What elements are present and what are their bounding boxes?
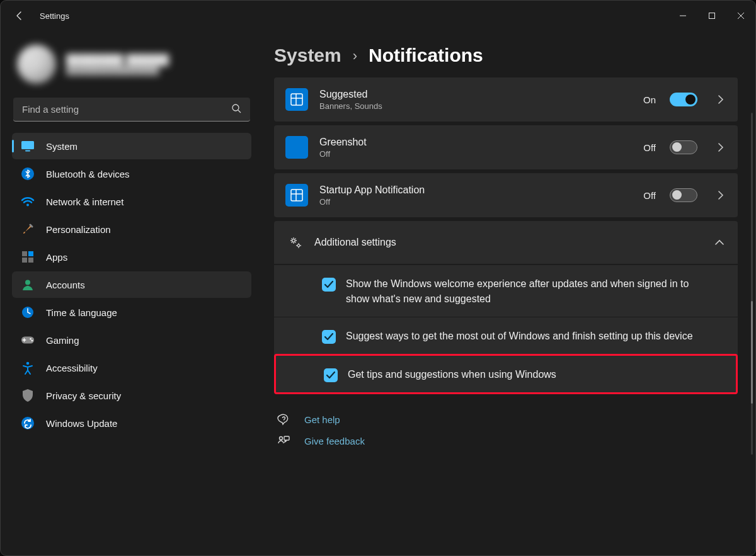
give-feedback-link[interactable]: Give feedback: [274, 434, 738, 447]
wifi-icon: [21, 195, 35, 208]
svg-point-20: [297, 244, 300, 247]
window-title: Settings: [32, 11, 69, 21]
close-button[interactable]: [726, 6, 755, 26]
app-tile-icon: [285, 88, 308, 111]
sidebar-item-update[interactable]: Windows Update: [12, 410, 251, 436]
svg-rect-6: [22, 251, 27, 256]
section-title: Additional settings: [314, 237, 704, 248]
sidebar-item-label: System: [46, 141, 77, 152]
help-links: Get help Give feedback: [274, 413, 738, 447]
app-detail: Banners, Sounds: [319, 101, 382, 111]
shield-icon: [21, 389, 35, 402]
additional-settings-header[interactable]: Additional settings: [274, 221, 738, 264]
app-detail: Off: [319, 149, 367, 159]
setting-label: Suggest ways to get the most out of Wind…: [346, 329, 693, 344]
main-content: System › Notifications Suggested Banners…: [263, 31, 755, 555]
search-icon: [231, 103, 241, 116]
feedback-icon: [277, 434, 290, 447]
sidebar-item-accounts[interactable]: Accounts: [12, 271, 251, 298]
svg-rect-8: [22, 258, 27, 263]
user-account[interactable]: ████████ ██████ ████████████████: [12, 38, 251, 95]
sidebar-item-system[interactable]: System: [12, 133, 251, 159]
chevron-right-icon: [715, 143, 726, 152]
svg-rect-0: [709, 13, 715, 19]
accessibility-icon: [21, 361, 35, 375]
toggle-switch[interactable]: [670, 93, 697, 106]
help-link-text[interactable]: Get help: [304, 414, 340, 425]
app-tile-icon: [285, 136, 308, 159]
svg-point-14: [32, 340, 33, 342]
notif-app-row[interactable]: Suggested Banners, Sounds On: [274, 77, 738, 122]
checkbox-icon[interactable]: [324, 368, 338, 382]
update-icon: [21, 416, 35, 430]
scrollbar-thumb[interactable]: [751, 301, 753, 404]
get-help-link[interactable]: Get help: [274, 413, 738, 426]
chevron-right-icon: [715, 191, 726, 200]
user-name: ████████ ██████: [66, 54, 169, 65]
sidebar-item-label: Accounts: [46, 280, 85, 290]
nav: System Bluetooth & devices Network & int…: [12, 133, 251, 436]
notif-app-row[interactable]: Startup App Notification Off Off: [274, 173, 738, 217]
svg-point-5: [26, 204, 29, 207]
svg-point-16: [21, 417, 34, 429]
chevron-right-icon: [715, 95, 726, 104]
sidebar-item-label: Network & internet: [46, 196, 123, 207]
toggle-switch[interactable]: [670, 140, 697, 154]
search-box: [13, 98, 250, 122]
monitor-icon: [21, 139, 35, 153]
sidebar-item-apps[interactable]: Apps: [12, 244, 251, 270]
setting-checkbox-row[interactable]: Suggest ways to get the most out of Wind…: [274, 317, 738, 354]
feedback-link-text[interactable]: Give feedback: [304, 436, 365, 446]
sidebar-item-privacy[interactable]: Privacy & security: [12, 382, 251, 409]
app-name: Suggested: [319, 89, 382, 100]
sidebar-item-network[interactable]: Network & internet: [12, 188, 251, 215]
user-email: ████████████████: [66, 65, 169, 75]
sidebar-item-time[interactable]: Time & language: [12, 299, 251, 326]
chevron-right-icon: ›: [353, 48, 357, 64]
app-name: Startup App Notification: [319, 184, 425, 196]
sidebar-item-label: Gaming: [46, 335, 79, 346]
sidebar-item-personalization[interactable]: Personalization: [12, 216, 251, 242]
chevron-up-icon: [715, 237, 724, 248]
search-input[interactable]: [13, 98, 250, 122]
titlebar: Settings: [1, 1, 755, 31]
help-icon: [277, 413, 290, 426]
sidebar-item-label: Privacy & security: [46, 390, 121, 401]
svg-rect-7: [28, 251, 33, 256]
svg-rect-22: [284, 436, 289, 440]
app-detail: Off: [319, 197, 425, 207]
window-controls: [668, 6, 755, 26]
gamepad-icon: [21, 333, 35, 347]
page-title: Notifications: [369, 45, 483, 66]
toggle-switch[interactable]: [670, 188, 697, 202]
app-tile-icon: [285, 184, 308, 207]
scrollbar[interactable]: [751, 113, 753, 455]
toggle-state: On: [643, 94, 656, 105]
maximize-button[interactable]: [697, 6, 726, 26]
notif-app-row[interactable]: Greenshot Off Off: [274, 125, 738, 169]
back-button[interactable]: [7, 3, 32, 28]
sidebar-item-gaming[interactable]: Gaming: [12, 327, 251, 353]
svg-rect-17: [291, 94, 302, 105]
svg-point-19: [292, 239, 295, 242]
checkbox-icon[interactable]: [322, 330, 336, 344]
toggle-state: Off: [643, 190, 656, 201]
svg-point-10: [25, 280, 30, 285]
gears-icon: [288, 235, 303, 250]
setting-checkbox-row-highlighted[interactable]: Get tips and suggestions when using Wind…: [274, 354, 738, 394]
paintbrush-icon: [21, 222, 35, 236]
setting-checkbox-row[interactable]: Show the Windows welcome experience afte…: [274, 264, 738, 317]
svg-rect-3: [25, 150, 30, 152]
svg-point-21: [280, 437, 283, 440]
minimize-button[interactable]: [668, 6, 697, 26]
checkbox-icon[interactable]: [322, 278, 336, 292]
sidebar-item-label: Windows Update: [46, 418, 117, 429]
setting-label: Show the Windows welcome experience afte…: [346, 276, 699, 307]
avatar: [17, 45, 56, 84]
person-icon: [21, 278, 35, 292]
bluetooth-icon: [21, 167, 35, 181]
apps-icon: [21, 250, 35, 264]
sidebar-item-accessibility[interactable]: Accessibility: [12, 355, 251, 381]
sidebar-item-bluetooth[interactable]: Bluetooth & devices: [12, 161, 251, 187]
breadcrumb-parent[interactable]: System: [274, 45, 341, 66]
